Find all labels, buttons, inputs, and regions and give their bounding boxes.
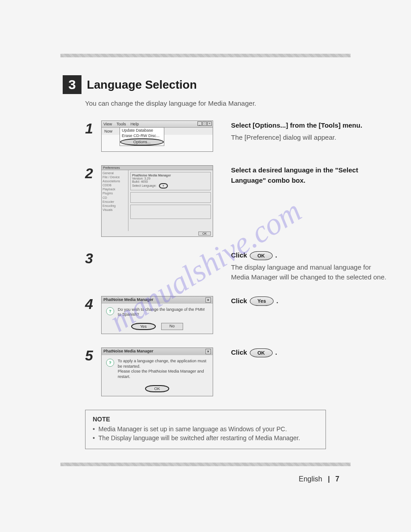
section-intro: You can change the display language for … [85,99,389,107]
nav-item: File / Device Associations [103,175,127,183]
ok-button: OK [145,385,169,392]
nav-item: CD [103,196,127,200]
section-number-badge: 3 [63,75,81,94]
minimize-icon: _ [197,121,202,126]
question-icon: ? [106,359,114,367]
step-4-instruction: Click Yes . [231,296,389,306]
step-5-instruction: Click OK . [231,348,389,358]
step-1: 1 View Tools Help _ □ × Now Update Datab… [85,120,389,152]
menu-item-options: Options... [120,138,164,146]
no-button: No [161,323,184,330]
section-title: Language Selection [87,78,197,92]
yes-button: Yes [131,323,156,330]
page-number: 7 [335,475,339,483]
step-number: 2 [85,165,101,182]
section-header: 3 Language Selection [63,75,389,94]
question-icon: ? [106,307,114,315]
step-number: 1 [85,120,101,137]
maximize-icon: □ [202,121,207,126]
step-number: 3 [85,250,101,267]
step-4: 4 PhatNoise Media Manager × ? Do you wis… [85,296,389,334]
pref-version: Version: 3.29 [132,177,209,180]
step-3-detail: The display language and manual language… [231,262,389,283]
menu-tools: Tools [116,122,126,126]
pref-group-title: PhatNoise Media Manager [132,174,209,177]
nav-item: General [103,171,127,175]
step-1-detail: The [Preference] dialog will appear. [231,133,389,143]
dialog-line-2: Please close the PhatNoise Media Manager… [118,369,208,379]
note-box: NOTE Media Manager is set up in same lan… [85,410,326,449]
menu-view: View [103,122,112,126]
step-2-instruction: Select a desired language in the "Select… [231,165,389,185]
step-1-instruction: Select [Options...] from the [Tools] men… [231,120,389,131]
step-number: 5 [85,348,101,364]
dialog-line-1: To apply a language change, the applicat… [118,359,208,369]
yes-button-icon: Yes [250,296,274,306]
pref-build: Build: 4650 [132,180,209,183]
step-3-instruction: Click OK . [231,250,389,261]
bottom-divider [60,463,351,466]
tools-dropdown: Update Database Erase CD-RW Disc... Opti… [120,127,164,146]
tools-menu-screenshot: View Tools Help _ □ × Now Update Databas… [101,120,213,152]
nav-item: Plugins [103,191,127,195]
step-number: 4 [85,296,101,313]
menu-help: Help [130,122,139,126]
close-icon: × [206,297,211,303]
step-2: 2 Preferences General File / Device Asso… [85,165,389,237]
step-3: 3 Click OK . The display language and ma… [85,250,389,283]
pref-titlebar: Preferences [102,166,213,170]
top-divider [60,54,351,57]
lang-label: Select Language: [132,184,157,187]
note-title: NOTE [93,416,318,423]
menu-item-erase: Erase CD-RW Disc... [120,133,164,138]
note-item: Media Manager is set up in same language… [93,425,318,433]
dialog-title-text: PhatNoise Media Manager [103,349,154,354]
step-5: 5 PhatNoise Media Manager × ? To apply a… [85,348,389,396]
confirm-dialog-screenshot: PhatNoise Media Manager × ? Do you wish … [101,296,213,334]
pref-ok-button: OK [198,232,211,236]
note-item: The Display language will be switched af… [93,434,318,442]
menu-item-update: Update Database [120,128,164,133]
preferences-screenshot: Preferences General File / Device Associ… [101,165,213,237]
page-footer: English | 7 [22,475,339,483]
nav-item: CDDB [103,183,127,187]
close-icon: × [207,121,212,126]
pref-nav: General File / Device Associations CDDB … [102,170,128,231]
ok-button-icon: OK [250,251,273,261]
nav-item: Encoding [103,204,127,208]
dialog-title-text: PhatNoise Media Manager [103,297,154,303]
restart-dialog-screenshot: PhatNoise Media Manager × ? To apply a l… [101,348,213,396]
nav-item: Playback [103,187,127,191]
nav-item: Encoder [103,200,127,204]
close-icon: × [206,349,211,354]
window-controls: _ □ × [197,121,212,126]
language-combo: ▾ [159,183,168,189]
footer-language: English [299,475,322,483]
nav-item: Visuals [103,208,127,212]
ok-button-icon: OK [250,348,273,358]
toolbar-item: Now [104,129,112,133]
dialog-message: Do you wish to change the language of th… [118,307,208,317]
